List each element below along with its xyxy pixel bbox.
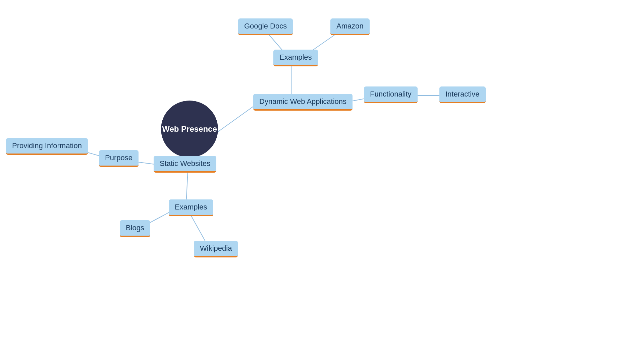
providing-information-node[interactable]: Providing Information	[6, 138, 88, 155]
purpose-node[interactable]: Purpose	[99, 150, 139, 167]
amazon-node[interactable]: Amazon	[330, 18, 370, 35]
svg-line-9	[186, 171, 188, 204]
center-node: Web Presence	[161, 101, 218, 158]
dynamic-web-node[interactable]: Dynamic Web Applications	[253, 94, 353, 111]
wikipedia-node[interactable]: Wikipedia	[194, 241, 238, 257]
static-websites-node[interactable]: Static Websites	[154, 156, 216, 173]
google-docs-node[interactable]: Google Docs	[238, 18, 293, 35]
examples-bottom-node[interactable]: Examples	[169, 199, 213, 216]
center-label: Web Presence	[162, 124, 217, 134]
blogs-node[interactable]: Blogs	[120, 220, 150, 237]
svg-line-11	[190, 213, 206, 243]
interactive-node[interactable]: Interactive	[439, 86, 486, 103]
examples-top-node[interactable]: Examples	[273, 50, 318, 66]
functionality-node[interactable]: Functionality	[364, 86, 418, 103]
svg-line-0	[218, 103, 258, 132]
